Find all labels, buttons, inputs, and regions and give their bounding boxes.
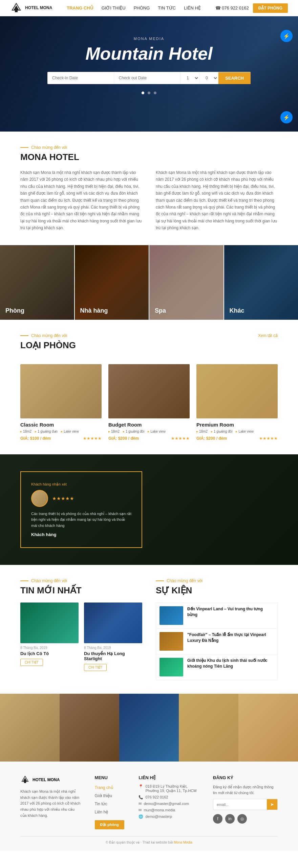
- footer-contact: LIÊN HỆ 📍018 Đ19 Lý Thường Kiệt, Phường …: [139, 775, 199, 829]
- book-button[interactable]: ĐẶT PHÒNG: [253, 3, 288, 13]
- news-img-1: [20, 603, 79, 643]
- subscribe-email-input[interactable]: [213, 799, 267, 810]
- news-detail-btn-2[interactable]: CHI TIẾT: [84, 664, 107, 671]
- room-price-row-3: GIÁ: $200 / đêm ★★★★★: [196, 436, 278, 441]
- room-feature-3-1: 1 giường đôi: [211, 430, 232, 433]
- room-feature-3-2: Lake view: [236, 430, 253, 433]
- messenger-button-bottom[interactable]: ⚡: [280, 111, 293, 123]
- service-phong[interactable]: Phòng: [0, 245, 74, 320]
- room-price-label-2: GIÁ:: [108, 436, 117, 441]
- testimonial-tag: Khách hàng nhận xét: [31, 482, 131, 487]
- children-select[interactable]: 012: [199, 72, 218, 84]
- footer-link-news[interactable]: Tin tức: [95, 802, 107, 806]
- footer-menu-heading: MENU: [95, 775, 125, 780]
- gallery-cell-1: [0, 694, 60, 762]
- checkout-input[interactable]: [114, 72, 181, 84]
- nav-news[interactable]: TIN TỨC: [158, 5, 176, 11]
- logo-icon: [10, 2, 22, 14]
- social-facebook[interactable]: f: [213, 814, 222, 824]
- news-events-grid: Chào mừng đến với TIN MỚI NHẤT 8 Tháng B…: [20, 578, 278, 680]
- testimonial-section: Khách hàng nhận xét ★★★★★ Các trang thiế…: [0, 454, 298, 565]
- news-title-1: Du lịch Cô Tô: [20, 651, 79, 656]
- event-info-1: Đến Vinpearl Land – Vui trung thu tưng b…: [187, 606, 274, 625]
- events-title: SỰ KIỆN: [156, 585, 278, 596]
- room-img-3: [196, 364, 278, 418]
- footer-menu: MENU Trang chủ Giới thiệu Tin tức Liên h…: [95, 775, 125, 829]
- services-grid: Phòng Nhà hàng Spa Khác: [0, 245, 298, 320]
- phone-number: ☎ 076 922 0162: [215, 5, 249, 11]
- service-spa[interactable]: Spa: [149, 245, 224, 320]
- footer-subscribe-area: Đăng ký để nhận được những thông tin mới…: [213, 784, 278, 824]
- news-section: Chào mừng đến với TIN MỚI NHẤT 8 Tháng B…: [20, 578, 142, 680]
- room-feature-2-0: 18m2: [108, 430, 120, 433]
- news-title: TIN MỚI NHẤT: [20, 585, 142, 596]
- checkin-input[interactable]: [47, 72, 114, 84]
- service-khac[interactable]: Khác: [224, 245, 298, 320]
- footer-desc: Khách sạn Mona là một nhà nghỉ khách sạn…: [20, 789, 81, 818]
- event-item-1[interactable]: Đến Vinpearl Land – Vui trung thu tưng b…: [156, 603, 277, 629]
- messenger-button-top[interactable]: ⚡: [280, 30, 293, 42]
- service-label-spa: Spa: [155, 307, 166, 314]
- footer-link-contact[interactable]: Liên hệ: [95, 810, 108, 814]
- about-grid: Khách sạn Mona là một nhà nghỉ khách sạn…: [20, 169, 278, 232]
- about-tag: Chào mừng đến với: [20, 145, 278, 150]
- footer-link-about[interactable]: Giới thiệu: [95, 793, 112, 798]
- room-price-row-2: GIÁ: $200 / đêm ★★★★★: [108, 436, 190, 441]
- testimonial-text: Các trang thiết bị và phòng ốc của nhà n…: [31, 511, 131, 529]
- service-label-phong: Phòng: [5, 307, 24, 314]
- footer-book-button[interactable]: Đặt phòng: [95, 820, 124, 829]
- events-section: Chào mừng đến với SỰ KIỆN Đến Vinpearl L…: [156, 578, 278, 680]
- nav-home[interactable]: TRANG CHỦ: [67, 5, 93, 11]
- room-stars-2: ★★★★★: [171, 436, 190, 441]
- header-right: ☎ 076 922 0162 ĐẶT PHÒNG: [215, 3, 288, 13]
- header: HOTEL MONA TRANG CHỦ GIỚI THIỆU PHÒNG TI…: [0, 0, 298, 16]
- news-card-2: 8 Tháng Ba, 2019 Du thuyền Hạ Long Starl…: [84, 603, 142, 671]
- view-all-rooms[interactable]: Xem tất cả: [258, 333, 278, 338]
- event-item-2[interactable]: "Foodfair" – Tuần lễ ẩm thực tại Vinpear…: [156, 629, 277, 654]
- service-nhahang[interactable]: Nhà hàng: [75, 245, 149, 320]
- nav-rooms[interactable]: PHÒNG: [134, 5, 150, 11]
- news-detail-btn-1[interactable]: CHI TIẾT: [20, 659, 43, 666]
- social-instagram[interactable]: in: [225, 814, 235, 824]
- gallery-strip-inner: [0, 694, 298, 762]
- room-card-3: Premium Room 18m2 1 giường đôi Lake view…: [196, 364, 278, 441]
- footer-copyright: © Bản quyền thuộc về · Thiết kế website …: [106, 841, 173, 844]
- footer-contact-heading: LIÊN HỆ: [139, 775, 199, 780]
- events-list: Đến Vinpearl Land – Vui trung thu tưng b…: [156, 603, 278, 680]
- dot-1[interactable]: [142, 92, 144, 94]
- logo[interactable]: HOTEL MONA: [10, 2, 52, 14]
- news-date-2: 8 Tháng Ba, 2019: [84, 646, 142, 650]
- nav-about[interactable]: GIỚI THIỆU: [102, 5, 126, 11]
- room-img-2: [108, 364, 190, 418]
- footer-subscribe: ĐĂNG KÝ Đăng ký để nhận được những thông…: [213, 775, 278, 829]
- dot-3[interactable]: [154, 92, 156, 94]
- social-other[interactable]: ◎: [237, 814, 247, 824]
- room-price-value-2: $200 / đêm: [118, 436, 139, 441]
- hero-content: MONA MEDIA Mountain Hotel 123 012 SEARCH: [0, 16, 298, 96]
- hero-subtitle: MONA MEDIA: [0, 37, 298, 41]
- footer-email-1: ✉demo@master@gmail.com: [139, 802, 199, 806]
- search-bar: 123 012 SEARCH: [47, 72, 251, 84]
- room-name-1: Classic Room: [20, 422, 102, 428]
- footer-subscribe-desc: Đăng ký để nhận được những thông tin mới…: [213, 784, 278, 795]
- room-feature-1-1: 1 giường đơn: [35, 430, 58, 433]
- nav-contact[interactable]: LIÊN HỆ: [184, 5, 201, 11]
- footer-brand-link[interactable]: Mona Media: [174, 841, 192, 844]
- event-info-2: "Foodfair" – Tuần lễ ẩm thực tại Vinpear…: [187, 632, 274, 651]
- gallery-cell-2: [60, 694, 119, 762]
- event-title-2: "Foodfair" – Tuần lễ ẩm thực tại Vinpear…: [187, 632, 274, 644]
- footer-link-home[interactable]: Trang chủ: [95, 785, 113, 790]
- room-price-1: GIÁ: $100 / đêm: [20, 436, 51, 441]
- footer: HOTEL MONA Khách sạn Mona là một nhà ngh…: [0, 762, 298, 851]
- adults-select[interactable]: 123: [180, 72, 199, 84]
- room-stars-1: ★★★★★: [83, 436, 102, 441]
- footer-logo-icon: [20, 775, 30, 785]
- hero-dots: [0, 90, 298, 96]
- main-nav: TRANG CHỦ GIỚI THIỆU PHÒNG TIN TỨC LIÊN …: [67, 5, 201, 11]
- search-button[interactable]: SEARCH: [218, 72, 251, 84]
- dot-2[interactable]: [148, 92, 150, 94]
- hero-title: Mountain Hotel: [0, 43, 298, 64]
- subscribe-submit-button[interactable]: ➤: [267, 799, 277, 810]
- about-text-2: Khách sạn Mona là một nhà nghỉ khách sạn…: [156, 169, 278, 232]
- event-item-3[interactable]: Giới thiệu Khu du lịch sinh thái suối nư…: [156, 654, 277, 680]
